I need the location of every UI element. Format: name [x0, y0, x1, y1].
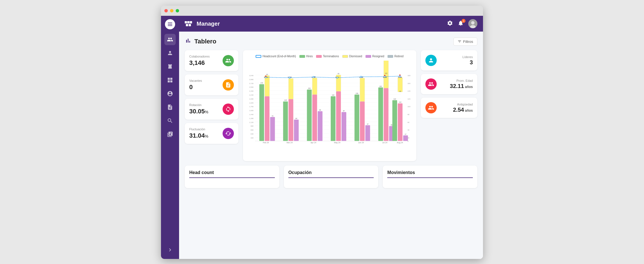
svg-text:100: 100: [408, 105, 411, 107]
legend-color-retired: [388, 55, 393, 58]
svg-text:95: 95: [399, 91, 401, 92]
svg-text:800: 800: [251, 129, 254, 131]
main-chart-card: Headcount (End-of-Month) Hires Terminati…: [243, 50, 416, 161]
metric-card-rotacion: Rotación 30.05%: [185, 99, 238, 120]
svg-text:134: 134: [332, 94, 334, 96]
legend-resigned: Resigned: [365, 55, 384, 58]
dashboard-main-row: Colaboradores 3,146 Vacantes: [185, 50, 477, 161]
svg-rect-90: [360, 78, 365, 102]
lideres-icon: [425, 55, 437, 66]
svg-text:320: 320: [251, 137, 254, 139]
bottom-card-ocupacion: Ocupación: [284, 166, 378, 188]
menu-toggle-button[interactable]: [165, 19, 175, 29]
svg-rect-76: [331, 96, 336, 141]
main-content: Manager 1: [179, 16, 483, 259]
sidebar-collapse-button[interactable]: [164, 244, 176, 256]
lideres-label: Líderes: [440, 55, 473, 59]
legend-dismissed: Dismissed: [342, 55, 362, 58]
svg-text:1,600: 1,600: [249, 109, 254, 111]
sidebar-item-grid[interactable]: [164, 74, 176, 86]
metric-label-rotacion: Rotación: [189, 103, 208, 107]
maximize-dot: [176, 9, 179, 12]
sidebar-item-search[interactable]: [164, 115, 176, 126]
svg-text:47: 47: [367, 123, 369, 125]
svg-text:1,280: 1,280: [249, 117, 254, 119]
metric-value-rotacion: 30.05%: [189, 108, 208, 115]
svg-text:Apr 24: Apr 24: [310, 142, 316, 144]
svg-point-121: [360, 76, 362, 78]
svg-text:17: 17: [405, 133, 406, 135]
svg-rect-56: [283, 102, 288, 141]
svg-rect-86: [354, 94, 359, 141]
svg-text:62: 62: [338, 73, 339, 74]
legend-color-headcount: [256, 55, 261, 58]
svg-rect-88: [360, 102, 365, 141]
svg-text:1,920: 1,920: [249, 102, 254, 104]
svg-text:154: 154: [308, 87, 311, 89]
metric-card-lideres: Líderes 3: [421, 50, 477, 71]
topnav: Manager 1: [179, 16, 483, 32]
svg-text:122: 122: [393, 98, 396, 100]
sidebar-item-docs[interactable]: [164, 102, 176, 113]
svg-rect-70: [312, 78, 317, 94]
svg-point-119: [313, 76, 314, 78]
sidebar-item-people[interactable]: [164, 34, 176, 45]
sidebar-item-file[interactable]: [164, 129, 176, 140]
settings-button[interactable]: [447, 20, 453, 28]
svg-rect-98: [384, 88, 388, 141]
svg-rect-7: [189, 24, 191, 26]
svg-text:960: 960: [251, 125, 254, 127]
svg-text:1,120: 1,120: [249, 121, 254, 123]
antiguedad-label: Antigüedad: [440, 103, 473, 106]
metric-value-colaboradores: 3,146: [189, 59, 210, 67]
svg-text:40: 40: [408, 129, 410, 131]
chart-container: 3,040 2,880 2,720 2,560 2,400 2,240 2,08…: [247, 61, 412, 157]
svg-rect-92: [365, 125, 370, 141]
svg-text:62: 62: [266, 74, 268, 75]
chart-legend: Headcount (End-of-Month) Hires Terminati…: [247, 55, 412, 58]
page-title-container: Tablero: [185, 37, 216, 46]
svg-text:2,240: 2,240: [249, 94, 254, 96]
svg-text:20: 20: [408, 137, 410, 139]
sidebar-item-clothing[interactable]: [164, 61, 176, 72]
close-dot: [164, 9, 168, 12]
filtros-button[interactable]: Filtros: [453, 38, 477, 46]
legend-color-terminations: [316, 55, 322, 58]
svg-rect-5: [190, 21, 192, 23]
antiguedad-icon: [425, 102, 437, 113]
svg-rect-3: [185, 21, 187, 23]
svg-rect-66: [307, 90, 312, 141]
svg-text:115: 115: [385, 72, 387, 74]
svg-text:89: 89: [319, 109, 321, 111]
svg-text:May 24: May 24: [334, 142, 341, 144]
svg-text:60: 60: [408, 121, 410, 123]
legend-color-resigned: [365, 55, 371, 58]
legend-color-dismissed: [342, 55, 348, 58]
browser-titlebar: [161, 6, 483, 16]
metric-card-fluctuacion: Fluctuación 31.04%: [185, 123, 238, 144]
svg-text:2,560: 2,560: [249, 86, 254, 88]
sidebar-item-org[interactable]: [164, 88, 176, 99]
svg-text:118: 118: [284, 99, 287, 101]
svg-rect-1: [168, 24, 172, 25]
svg-rect-109: [398, 104, 402, 141]
legend-headcount: Headcount (End-of-Month): [256, 55, 296, 58]
svg-text:180: 180: [408, 74, 411, 76]
svg-text:160: 160: [408, 82, 411, 84]
bottom-card-headcount-title: Head count: [189, 170, 275, 178]
metric-icon-colaboradores: [223, 55, 234, 66]
user-avatar[interactable]: [468, 19, 477, 28]
svg-rect-78: [336, 91, 341, 141]
notifications-button[interactable]: 1: [458, 20, 464, 28]
metric-label-fluctuacion: Fluctuación: [189, 127, 208, 131]
svg-text:0: 0: [408, 140, 409, 142]
svg-text:120: 120: [408, 98, 411, 100]
svg-rect-4: [187, 21, 190, 23]
svg-rect-107: [392, 100, 397, 141]
svg-text:72: 72: [272, 115, 273, 117]
metric-card-antiguedad: Antigüedad 2.54 años: [421, 98, 477, 118]
sidebar-item-users[interactable]: [164, 47, 176, 59]
app-container: Manager 1: [161, 16, 483, 259]
filtros-label: Filtros: [463, 39, 473, 44]
bar-chart: 3,040 2,880 2,720 2,560 2,400 2,240 2,08…: [247, 61, 412, 157]
